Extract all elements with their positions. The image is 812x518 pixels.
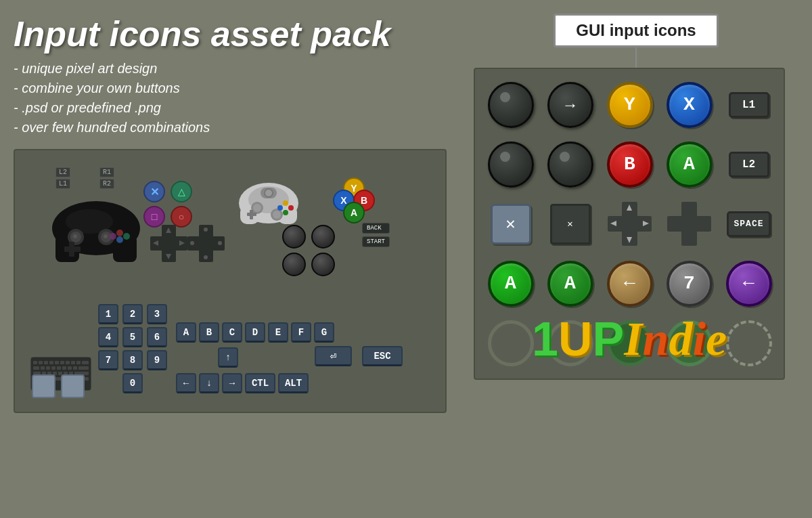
icon-l2: L2 xyxy=(723,139,774,190)
key-5: 5 xyxy=(122,327,143,347)
asset-inner: L2 L1 R1 R2 xyxy=(25,160,435,402)
logo-letter-e: e xyxy=(706,312,727,366)
gui-label-text: GUI input icons xyxy=(576,21,696,39)
gui-label-box: GUI input icons xyxy=(554,14,718,47)
enter-area: ⏎ xyxy=(315,346,352,366)
key-4: 4 xyxy=(98,327,118,347)
key-enter: ⏎ xyxy=(315,346,352,366)
thumbstick-dot-3 xyxy=(560,152,570,162)
key-g: G xyxy=(314,322,334,343)
l2-label: L2 xyxy=(55,167,70,177)
btn-a-green2: A xyxy=(547,261,593,307)
key-ctrl: CTL xyxy=(245,373,275,393)
ps-x-btn: ✕ xyxy=(143,181,165,202)
key-arrow-right: → xyxy=(222,373,242,393)
ps-face-buttons: ✕ △ □ ○ xyxy=(143,181,194,228)
asset-preview-box: L2 L1 R1 R2 xyxy=(14,149,447,413)
key-x-gray: ✕ xyxy=(491,204,531,244)
icon-btn-arrow-purple: ← xyxy=(723,258,774,309)
key-esc: ESC xyxy=(362,346,403,366)
arrow-keys: ← ↓ → CTL ALT xyxy=(176,373,309,393)
icon-btn-b: B xyxy=(604,139,655,190)
thumbstick-sm-4 xyxy=(311,253,335,276)
svg-point-13 xyxy=(123,233,130,240)
btn-a-green1: A xyxy=(488,261,534,307)
logo-letter-u: U xyxy=(558,312,593,366)
key-6: 6 xyxy=(147,327,167,347)
svg-rect-57 xyxy=(41,366,45,370)
key-7: 7 xyxy=(98,350,118,370)
thumbstick-pair xyxy=(282,225,335,276)
svg-rect-60 xyxy=(57,366,61,370)
gui-label-container: GUI input icons xyxy=(474,14,798,47)
svg-point-27 xyxy=(218,241,222,245)
svg-rect-64 xyxy=(78,366,89,370)
btn-b: B xyxy=(607,142,653,188)
svg-point-41 xyxy=(283,200,288,206)
ps-tri-btn: △ xyxy=(171,181,192,202)
icon-thumbstick-arrow: → xyxy=(545,79,595,130)
svg-marker-82 xyxy=(610,221,616,226)
btn-arrow-purple: ← xyxy=(726,261,772,307)
logo-letter-i: i xyxy=(692,312,705,366)
letter-keys-row: A B C D E F G xyxy=(176,322,334,343)
icon-btn-a-green2: A xyxy=(545,258,595,309)
icon-btn-a: A xyxy=(664,139,715,190)
dpad-v-2 xyxy=(681,202,696,246)
svg-rect-55 xyxy=(82,361,89,364)
icon-l1: L1 xyxy=(723,79,774,130)
btn-x: X xyxy=(667,82,713,128)
svg-rect-51 xyxy=(60,361,64,364)
modifier-sq-2 xyxy=(61,374,85,398)
key-alt: ALT xyxy=(278,373,309,393)
btn-y: Y xyxy=(607,82,653,128)
key-1: 1 xyxy=(98,304,118,324)
thumbstick-sm-3 xyxy=(282,253,306,276)
features-list: - unique pixel art design - combine your… xyxy=(14,61,460,135)
logo-1up: 1 U P xyxy=(532,312,624,366)
icon-btn-arrow-tan: ← xyxy=(604,258,655,309)
svg-point-12 xyxy=(116,236,123,243)
svg-point-42 xyxy=(288,205,294,211)
connector-line xyxy=(635,58,637,68)
xbox-controller xyxy=(235,179,302,230)
thumbstick-sm-2 xyxy=(311,225,335,249)
icon-btn-y: Y xyxy=(604,79,655,130)
l2-btn: L2 xyxy=(729,152,769,177)
svg-point-25 xyxy=(204,255,208,259)
back-btn: BACK xyxy=(362,223,390,234)
svg-rect-62 xyxy=(68,366,72,370)
btn-7: 7 xyxy=(667,261,713,307)
modifier-sq-1 xyxy=(32,374,55,398)
logo-letter-d: d xyxy=(669,312,692,366)
btn-a: A xyxy=(667,142,713,188)
icon-space: SPACE xyxy=(723,198,774,249)
dpad-with-arrows xyxy=(608,202,652,246)
left-section: Input icons asset pack - unique pixel ar… xyxy=(14,14,460,413)
key-3: 3 xyxy=(147,304,167,324)
logo-number-1: 1 xyxy=(532,312,558,366)
svg-marker-80 xyxy=(627,204,632,211)
svg-point-9 xyxy=(104,234,108,238)
l1-label: L1 xyxy=(55,179,70,189)
thumbstick-left-lg xyxy=(488,82,534,128)
svg-rect-50 xyxy=(55,361,59,364)
icon-btn-a-green1: A xyxy=(485,258,536,309)
thumbstick-lg-3 xyxy=(547,142,593,188)
key-a: A xyxy=(176,322,196,343)
svg-rect-61 xyxy=(62,366,66,370)
icon-btn-7: 7 xyxy=(664,258,715,309)
icon-dpad-arrows xyxy=(604,198,655,249)
esc-area: ESC xyxy=(362,346,403,366)
ps-controller xyxy=(45,198,147,268)
number-grid: 1 2 3 4 5 6 7 8 9 0 xyxy=(98,304,168,393)
dpad-set-1 xyxy=(150,225,187,265)
svg-rect-63 xyxy=(73,366,77,370)
thumbstick-dot xyxy=(500,92,510,102)
icon-thumbstick-2 xyxy=(485,139,536,190)
svg-rect-11 xyxy=(69,242,74,257)
key-b: B xyxy=(199,322,219,343)
icon-dpad-plain xyxy=(664,198,715,249)
right-section: GUI input icons → Y X L1 xyxy=(474,14,798,380)
back-start-group: BACK START xyxy=(362,223,390,247)
